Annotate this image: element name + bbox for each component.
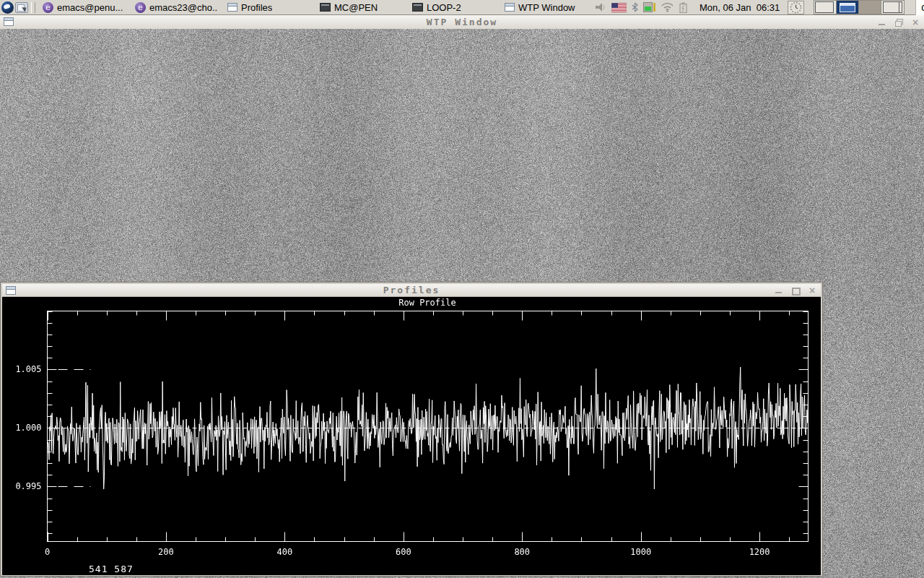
- taskbar-button-label: MC@PEN: [334, 2, 378, 13]
- window-icon: [227, 3, 237, 12]
- taskbar-button-label: emacs@penu...: [57, 2, 123, 13]
- taskbar-window-button-mc[interactable]: MC@PEN: [318, 1, 405, 14]
- minimize-button[interactable]: [775, 286, 783, 295]
- plot-title: Row Profile: [47, 298, 808, 308]
- terminal-icon: [412, 3, 423, 12]
- taskbar-window-button-loop2[interactable]: LOOP-2: [410, 1, 497, 14]
- host-button[interactable]: choc: [915, 0, 924, 15]
- us-flag-icon[interactable]: [611, 3, 627, 12]
- volume-level-icon[interactable]: [643, 2, 655, 12]
- taskbar: e emacs@penu... e emacs23@cho... Profile…: [0, 0, 924, 15]
- workspace-3[interactable]: [859, 1, 881, 14]
- speaker-icon[interactable]: [595, 2, 606, 12]
- workspace-1[interactable]: [814, 1, 837, 14]
- show-desktop-icon: [15, 2, 28, 13]
- system-tray: Mon, 06 Jan 06:31 choc: [595, 0, 924, 15]
- window-icon: [6, 286, 16, 295]
- taskbar-handle[interactable]: [31, 2, 35, 13]
- show-desktop-button[interactable]: [14, 1, 29, 14]
- workspace-2-active[interactable]: [837, 1, 859, 14]
- workspace-4[interactable]: [881, 1, 904, 14]
- terminal-icon: [320, 3, 331, 12]
- emacs-icon: e: [43, 2, 53, 13]
- window-icon: [4, 17, 14, 26]
- menu-button[interactable]: [0, 1, 14, 14]
- wtp-titlebar[interactable]: WTP Window ×: [0, 15, 924, 30]
- bluetooth-icon[interactable]: [632, 2, 638, 12]
- clock-datetime[interactable]: Mon, 06 Jan 06:31: [699, 2, 780, 13]
- menu-orb-icon: [1, 1, 14, 14]
- maximize-button[interactable]: [791, 286, 800, 295]
- wifi-icon[interactable]: [661, 2, 674, 12]
- workspace-window-outline: [840, 3, 855, 12]
- wtp-window-controls: ×: [878, 15, 920, 29]
- battery-icon[interactable]: [679, 2, 687, 13]
- restore-button[interactable]: [894, 18, 903, 27]
- workspace-window-outline: [883, 1, 902, 13]
- taskbar-window-button-wtp[interactable]: WTP Window: [502, 1, 590, 14]
- profiles-client-area: Row Profile 541 587: [2, 297, 821, 575]
- profiles-window: Profiles × Row Profile 541 587: [1, 282, 822, 576]
- close-button[interactable]: ×: [808, 286, 816, 295]
- taskbar-window-button-emacs[interactable]: e emacs@penu...: [40, 1, 128, 14]
- workspace-pager: [814, 0, 905, 14]
- cursor-coordinates-readout: 541 587: [89, 564, 134, 574]
- profiles-window-controls: ×: [775, 284, 816, 296]
- taskbar-window-button-profiles[interactable]: Profiles: [225, 1, 313, 14]
- taskbar-window-button-emacs23[interactable]: e emacs23@cho...: [133, 1, 220, 14]
- profiles-titlebar[interactable]: Profiles ×: [2, 284, 821, 297]
- taskbar-button-label: emacs23@cho...: [149, 2, 218, 13]
- desktop: e emacs@penu... e emacs23@cho... Profile…: [0, 0, 924, 578]
- profiles-window-title: Profiles: [2, 285, 821, 296]
- wtp-window-title: WTP Window: [0, 17, 924, 27]
- window-icon: [505, 3, 515, 12]
- minimize-button[interactable]: [878, 18, 886, 27]
- taskbar-button-label: Profiles: [241, 2, 272, 13]
- taskbar-button-label: LOOP-2: [427, 2, 461, 13]
- taskbar-button-label: WTP Window: [518, 2, 575, 13]
- workspace-window-outline: [815, 1, 834, 13]
- close-button[interactable]: ×: [911, 18, 920, 27]
- emacs-icon: e: [135, 2, 146, 13]
- clock-button[interactable]: [788, 1, 804, 14]
- clock-icon: [790, 1, 802, 14]
- row-profile-plot[interactable]: [2, 297, 821, 575]
